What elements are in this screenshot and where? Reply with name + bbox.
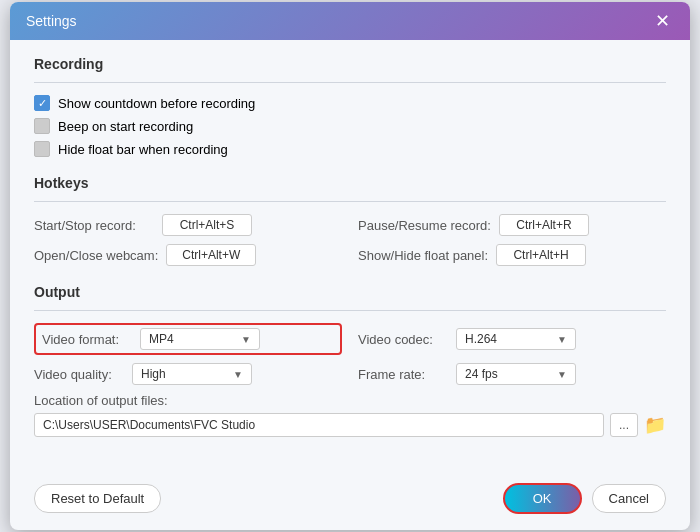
hotkey-row-2: Open/Close webcam: Ctrl+Alt+W (34, 244, 342, 266)
close-button[interactable]: ✕ (651, 12, 674, 30)
recording-title: Recording (34, 56, 666, 72)
folder-icon-button[interactable]: 📁 (644, 414, 666, 436)
checkbox-1-label: Show countdown before recording (58, 96, 255, 111)
hotkey-1-label: Start/Stop record: (34, 218, 154, 233)
video-codec-dropdown[interactable]: H.264 ▼ (456, 328, 576, 350)
cancel-button[interactable]: Cancel (592, 484, 666, 513)
hotkeys-section: Hotkeys Start/Stop record: Ctrl+Alt+S Pa… (34, 175, 666, 266)
video-format-label: Video format: (42, 332, 132, 347)
checkbox-3-label: Hide float bar when recording (58, 142, 228, 157)
checkbox-row-1: Show countdown before recording (34, 95, 666, 111)
video-quality-row: Video quality: High ▼ (34, 363, 342, 385)
video-format-value: MP4 (149, 332, 174, 346)
video-format-arrow: ▼ (241, 334, 251, 345)
hotkeys-grid: Start/Stop record: Ctrl+Alt+S Pause/Resu… (34, 214, 666, 266)
file-location-label: Location of output files: (34, 393, 666, 408)
file-path-row: ... 📁 (34, 413, 666, 437)
checkbox-3[interactable] (34, 141, 50, 157)
video-format-dropdown[interactable]: MP4 ▼ (140, 328, 260, 350)
output-divider (34, 310, 666, 311)
output-title: Output (34, 284, 666, 300)
file-path-input[interactable] (34, 413, 604, 437)
footer-right: OK Cancel (503, 483, 666, 514)
content-area: Recording Show countdown before recordin… (10, 40, 690, 471)
dialog-title: Settings (26, 13, 77, 29)
video-codec-value: H.264 (465, 332, 497, 346)
frame-rate-row: Frame rate: 24 fps ▼ (358, 363, 666, 385)
checkbox-2-label: Beep on start recording (58, 119, 193, 134)
hotkey-row-3: Pause/Resume record: Ctrl+Alt+R (358, 214, 666, 236)
recording-divider (34, 82, 666, 83)
hotkey-4-label: Show/Hide float panel: (358, 248, 488, 263)
hotkey-3-label: Pause/Resume record: (358, 218, 491, 233)
reset-button[interactable]: Reset to Default (34, 484, 161, 513)
frame-rate-dropdown[interactable]: 24 fps ▼ (456, 363, 576, 385)
checkbox-2[interactable] (34, 118, 50, 134)
frame-rate-label: Frame rate: (358, 367, 448, 382)
hotkey-2-input[interactable]: Ctrl+Alt+W (166, 244, 256, 266)
video-quality-arrow: ▼ (233, 369, 243, 380)
video-quality-label: Video quality: (34, 367, 124, 382)
video-codec-arrow: ▼ (557, 334, 567, 345)
hotkey-3-input[interactable]: Ctrl+Alt+R (499, 214, 589, 236)
checkbox-row-2: Beep on start recording (34, 118, 666, 134)
hotkey-2-label: Open/Close webcam: (34, 248, 158, 263)
settings-dialog: Settings ✕ Recording Show countdown befo… (10, 2, 690, 530)
output-section: Output Video format: MP4 ▼ Video codec: … (34, 284, 666, 437)
footer: Reset to Default OK Cancel (10, 471, 690, 530)
video-codec-row: Video codec: H.264 ▼ (358, 323, 666, 355)
checkbox-row-3: Hide float bar when recording (34, 141, 666, 157)
hotkey-row-1: Start/Stop record: Ctrl+Alt+S (34, 214, 342, 236)
video-codec-label: Video codec: (358, 332, 448, 347)
dots-button[interactable]: ... (610, 413, 638, 437)
recording-section: Recording Show countdown before recordin… (34, 56, 666, 157)
ok-button[interactable]: OK (503, 483, 582, 514)
video-format-row: Video format: MP4 ▼ (34, 323, 342, 355)
output-grid: Video format: MP4 ▼ Video codec: H.264 ▼ (34, 323, 666, 385)
hotkeys-title: Hotkeys (34, 175, 666, 191)
checkbox-1[interactable] (34, 95, 50, 111)
frame-rate-arrow: ▼ (557, 369, 567, 380)
hotkey-1-input[interactable]: Ctrl+Alt+S (162, 214, 252, 236)
hotkey-4-input[interactable]: Ctrl+Alt+H (496, 244, 586, 266)
frame-rate-value: 24 fps (465, 367, 498, 381)
hotkey-row-4: Show/Hide float panel: Ctrl+Alt+H (358, 244, 666, 266)
title-bar: Settings ✕ (10, 2, 690, 40)
hotkeys-divider (34, 201, 666, 202)
video-quality-dropdown[interactable]: High ▼ (132, 363, 252, 385)
video-quality-value: High (141, 367, 166, 381)
